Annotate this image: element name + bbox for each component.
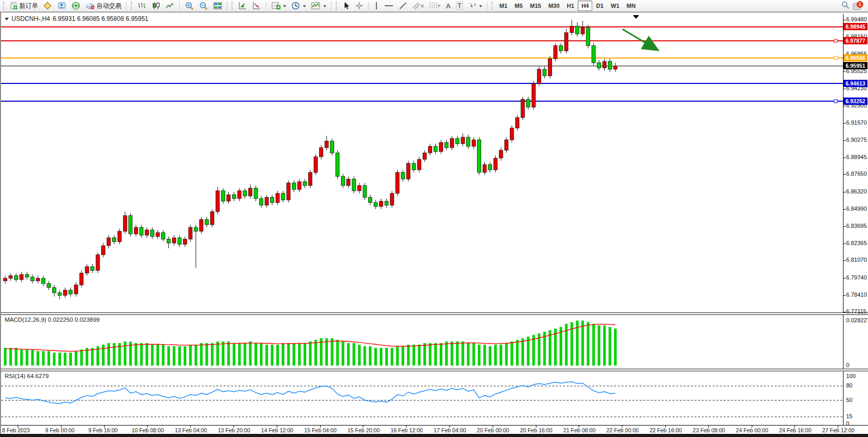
price-tick: 6.84990 xyxy=(846,205,867,212)
tile-windows-button[interactable] xyxy=(211,0,225,11)
pane-splitter-rsi[interactable] xyxy=(1,369,868,371)
shapes-icon xyxy=(468,2,476,10)
time-label: 16 Feb 12:00 xyxy=(390,427,423,433)
time-label: 13 Feb 04:00 xyxy=(175,427,207,433)
time-tick xyxy=(665,426,666,428)
time-label: 22 Feb 16:00 xyxy=(650,427,682,433)
timeframe-bar: M1M5M15M30H1H4D1W1MN xyxy=(496,1,639,11)
price-tick: 6.90275 xyxy=(846,137,867,143)
notifications-button[interactable]: 1 xyxy=(853,1,863,10)
price-tick: 6.91570 xyxy=(846,119,867,126)
search-icon[interactable] xyxy=(841,1,850,11)
templates-button[interactable] xyxy=(309,0,329,11)
channel-tool-button[interactable]: E xyxy=(410,0,426,11)
time-label: 24 Feb 16:00 xyxy=(779,427,811,433)
trendline-icon xyxy=(399,2,407,10)
toolbar-grip xyxy=(492,2,494,10)
price-badge: 6.98945 xyxy=(843,23,867,30)
price-tick: 6.78410 xyxy=(846,292,867,298)
autotrade-label: 自动交易 xyxy=(96,2,121,10)
add-indicator-button[interactable] xyxy=(269,0,289,11)
macd-canvas[interactable] xyxy=(1,315,843,369)
candlestick-icon xyxy=(152,2,161,10)
rsi-canvas[interactable] xyxy=(1,371,843,425)
timeframe-M30[interactable]: M30 xyxy=(545,1,563,11)
new-order-button[interactable]: 新订单 xyxy=(7,0,41,11)
macd-axis-min: 0 xyxy=(846,362,849,368)
price-tick: 6.83695 xyxy=(846,223,867,229)
navigator-button[interactable] xyxy=(55,0,69,11)
collapse-triangle-icon[interactable] xyxy=(5,18,9,22)
time-tick xyxy=(794,426,795,428)
indicator-window-button[interactable] xyxy=(236,0,250,11)
main-chart-canvas[interactable] xyxy=(1,14,843,312)
horizontal-line-icon xyxy=(384,2,394,10)
pane-splitter-macd[interactable] xyxy=(1,312,868,315)
rsi-value: 64.6279 xyxy=(27,373,49,379)
price-tick: 6.86320 xyxy=(846,188,867,195)
toolbar-grip xyxy=(231,2,234,10)
styles-button[interactable] xyxy=(41,0,55,11)
text-tool-button[interactable]: A xyxy=(443,0,453,11)
chart-window: USDCNH-,H4 6.95931 6.96085 6.95808 6.959… xyxy=(0,12,868,434)
timeframe-W1[interactable]: W1 xyxy=(607,1,624,11)
time-tick xyxy=(190,426,191,428)
line-chart-type-button[interactable] xyxy=(163,0,177,11)
timeframe-H1[interactable]: H1 xyxy=(563,1,578,11)
chart-shift-button[interactable] xyxy=(250,0,264,11)
horizontal-line-tool-button[interactable] xyxy=(382,0,396,11)
price-tick: 6.95525 xyxy=(846,68,867,74)
fibonacci-icon xyxy=(429,2,437,10)
shapes-tool-button[interactable] xyxy=(466,0,485,11)
signals-button[interactable] xyxy=(69,0,83,11)
crosshair-tool-button[interactable] xyxy=(352,0,366,11)
autotrade-icon xyxy=(85,2,95,10)
time-label: 20 Feb 16:00 xyxy=(520,427,553,433)
timeframe-M5[interactable]: M5 xyxy=(511,1,526,11)
bar-chart-type-button[interactable] xyxy=(135,0,149,11)
time-tick xyxy=(147,426,148,428)
vertical-line-tool-button[interactable] xyxy=(371,0,382,11)
time-label: 22 Feb 00:00 xyxy=(606,427,639,433)
label-tool-button[interactable]: T xyxy=(454,0,466,11)
time-label: 23 Feb 08:00 xyxy=(693,427,725,433)
time-label: 27 Feb 12:00 xyxy=(822,427,854,433)
time-tick xyxy=(320,426,321,428)
price-badge: 6.94613 xyxy=(843,80,867,87)
toolbar-separator xyxy=(368,2,369,10)
time-label: 8 Feb 2023 xyxy=(2,427,30,433)
price-tick: 6.87650 xyxy=(846,171,867,177)
trendline-tool-button[interactable] xyxy=(396,0,410,11)
periods-button[interactable] xyxy=(289,0,309,11)
price-badge: 6.95951 xyxy=(843,62,867,69)
time-tick xyxy=(493,426,493,428)
main-toolbar: 新订单 自动交易 xyxy=(0,0,868,12)
zoom-in-button[interactable] xyxy=(182,0,197,11)
timeframe-D1[interactable]: D1 xyxy=(592,1,607,11)
timeframe-M15[interactable]: M15 xyxy=(527,1,545,11)
timeframe-H4[interactable]: H4 xyxy=(578,1,592,11)
price-badge: 6.96556 xyxy=(843,54,867,62)
signal-icon xyxy=(71,2,80,10)
price-tick: 6.96855 xyxy=(846,51,867,57)
cursor-tool-button[interactable] xyxy=(340,0,352,11)
line-chart-icon xyxy=(166,2,175,10)
chevron-down-icon xyxy=(323,5,326,9)
time-tick xyxy=(104,426,105,428)
toolbar-separator xyxy=(266,2,267,10)
zoom-out-button[interactable] xyxy=(197,0,211,11)
price-badge: 6.97877 xyxy=(843,37,867,44)
autotrade-button[interactable]: 自动交易 xyxy=(83,0,124,11)
time-label: 9 Feb 00:00 xyxy=(45,427,75,433)
fibonacci-tool-button[interactable]: F xyxy=(426,0,443,11)
macd-name: MACD(12,26,9) xyxy=(5,317,46,323)
candlestick-type-button[interactable] xyxy=(149,0,163,11)
time-tick xyxy=(622,426,622,428)
time-tick xyxy=(579,426,579,428)
price-tick: 6.99480 xyxy=(846,16,867,22)
template-icon xyxy=(311,2,321,10)
timeframe-MN[interactable]: MN xyxy=(623,1,639,11)
timeframe-M1[interactable]: M1 xyxy=(496,1,511,11)
time-label: 9 Feb 16:00 xyxy=(89,427,118,433)
price-tick: 6.98150 xyxy=(846,33,867,40)
